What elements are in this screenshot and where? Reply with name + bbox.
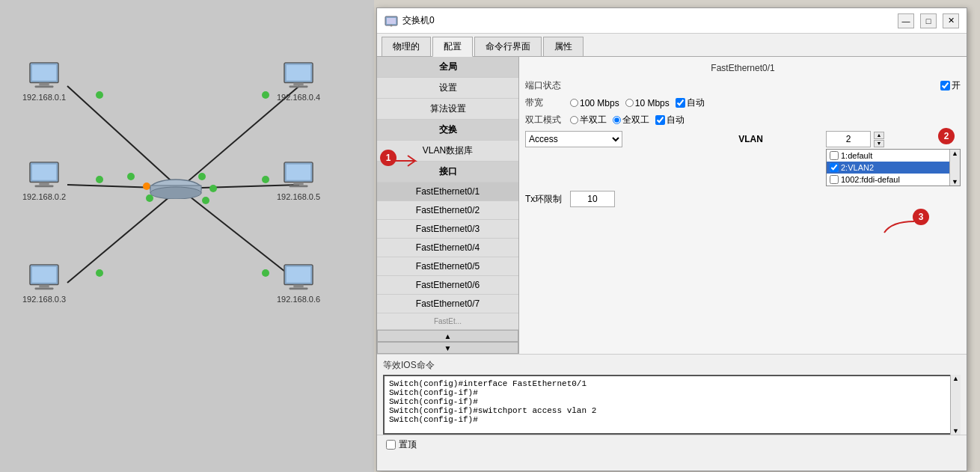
duplex-full-radio[interactable] [613,116,621,124]
sidebar-scroll-up[interactable]: ▲ [377,330,518,342]
node-label-1: 192.168.0.1 [22,93,66,102]
access-mode-dropdown[interactable]: Access Trunk [525,131,622,147]
vlan-list-item-1002[interactable]: 1002:fddi-defaul [827,174,960,186]
svg-rect-20 [39,83,49,86]
sidebar-item-shezhi[interactable]: 设置 [377,78,518,99]
cli-content[interactable]: Switch(config)#interface FastEthernet0/1… [383,375,961,435]
pc-node-3: 192.168.0.3 [22,263,66,304]
svg-rect-25 [35,185,54,187]
vlan-list-scroll-up[interactable]: ▲ [950,150,960,157]
sidebar: 全局 设置 算法设置 交换 VLAN数据库 接口 FastEthernet0/1… [377,57,519,354]
vlan-item-1-label: 1:default [841,151,872,160]
vlan-checkbox-1002[interactable] [830,175,839,184]
close-button[interactable]: ✕ [943,13,959,28]
vlan-list-item-1[interactable]: 1:default [827,150,960,162]
bandwidth-10-radio[interactable] [625,99,634,107]
right-panel: FastEthernet0/1 端口状态 开 带宽 [519,57,967,354]
port-status-checkbox[interactable] [940,81,950,91]
vlan-list-scrollbar[interactable]: ▲ ▼ [949,150,960,186]
svg-point-10 [209,185,217,192]
bandwidth-auto-text: 自动 [687,96,705,109]
sidebar-item-fe01[interactable]: FastEthernet0/1 [377,183,518,201]
svg-point-12 [96,91,103,99]
svg-rect-41 [290,287,308,289]
vlan-down-button[interactable]: ▼ [874,140,884,147]
svg-rect-46 [387,18,396,24]
duplex-half-item[interactable]: 半双工 [570,114,607,126]
vlan-up-button[interactable]: ▲ [874,132,884,139]
port-status-row: 端口状态 开 [525,79,961,92]
sidebar-item-quanju[interactable]: 全局 [377,57,518,78]
port-status-options: 开 [570,79,961,92]
sidebar-scroll-down[interactable]: ▼ [377,342,518,354]
duplex-full-item[interactable]: 全双工 [613,114,649,126]
tab-attrs[interactable]: 属性 [543,37,584,56]
tab-config[interactable]: 配置 [432,37,473,57]
pin-label: 置顶 [399,438,417,451]
sidebar-item-fe04[interactable]: FastEthernet0/4 [377,239,518,257]
sidebar-item-jiaohuan[interactable]: 交换 [377,120,518,141]
vlan-checkbox-2[interactable] [830,163,839,172]
node-label-3: 192.168.0.3 [22,295,66,304]
node-label-4: 192.168.0.4 [277,93,320,102]
window-controls[interactable]: — □ ✕ [898,13,959,28]
sidebar-item-fe02[interactable]: FastEthernet0/2 [377,201,518,220]
bandwidth-auto-checkbox[interactable] [676,98,685,108]
bandwidth-100-item[interactable]: 100 Mbps [570,98,619,108]
bandwidth-100-radio[interactable] [570,99,578,107]
vlan-list-item-2[interactable]: 2:VLAN2 [827,162,960,174]
port-status-checkbox-item[interactable]: 开 [940,79,961,92]
duplex-half-radio[interactable] [570,116,578,124]
vlan-list-scroll-down[interactable]: ▼ [950,178,960,186]
bandwidth-auto-item[interactable]: 自动 [676,96,705,109]
svg-rect-37 [290,185,308,187]
duplex-full-label: 全双工 [622,114,649,126]
svg-rect-33 [290,85,308,88]
maximize-button[interactable]: □ [920,13,937,28]
bandwidth-100-label: 100 Mbps [580,98,619,108]
svg-point-6 [127,173,135,180]
pc-node-2: 192.168.0.2 [22,161,66,201]
sidebar-item-fe07[interactable]: FastEthernet0/7 [377,295,518,313]
svg-point-15 [262,91,269,99]
tab-physical[interactable]: 物理的 [382,37,431,56]
cli-container: Switch(config)#interface FastEthernet0/1… [383,375,961,435]
svg-line-0 [67,86,180,189]
tx-input[interactable]: 10 [570,191,615,207]
sidebar-item-fe06[interactable]: FastEthernet0/6 [377,276,518,295]
tx-row: Tx环限制 10 [525,191,961,207]
cli-scroll-down[interactable]: ▼ [951,427,961,435]
sidebar-item-fe03[interactable]: FastEthernet0/3 [377,220,518,239]
switch-device [150,178,202,201]
node-label-2: 192.168.0.2 [22,192,66,201]
tab-cli[interactable]: 命令行界面 [474,37,542,56]
duplex-auto-checkbox[interactable] [655,115,665,125]
window-icon [385,14,398,28]
sidebar-item-suanfa[interactable]: 算法设置 [377,99,518,120]
port-status-text: 开 [952,79,961,92]
svg-point-14 [96,269,103,277]
pc-node-5: 192.168.0.5 [277,161,320,201]
svg-rect-28 [39,285,49,288]
vlan-label: VLAN [676,131,826,144]
duplex-row: 双工模式 半双工 全双工 自动 [525,114,961,126]
sidebar-item-fe05[interactable]: FastEthernet0/5 [377,257,518,276]
pc-node-4: 192.168.0.4 [277,61,320,102]
annotation-2: 2 [938,128,955,144]
port-status-label: 端口状态 [525,79,570,92]
cli-scroll-up[interactable]: ▲ [951,375,961,382]
duplex-label: 双工模式 [525,114,570,126]
duplex-auto-item[interactable]: 自动 [655,114,685,126]
svg-rect-31 [287,65,310,81]
vlan-config-row: Access Trunk VLAN 2 ▲ ▼ [525,131,961,186]
vlan-list: 1:default 2:VLAN2 1002:fddi-defaul [826,149,961,186]
vlan-number-input[interactable]: 2 [826,131,871,147]
network-topology: 192.168.0.1 192.168.0.2 192.168.0.3 192.… [0,0,374,472]
vlan-checkbox-1[interactable] [830,151,839,160]
bandwidth-10-item[interactable]: 10 Mbps [625,98,670,108]
duplex-half-label: 半双工 [580,114,607,126]
pin-checkbox[interactable] [386,440,396,450]
cli-scrollbar[interactable]: ▲ ▼ [950,375,961,435]
svg-rect-35 [287,165,310,180]
minimize-button[interactable]: — [898,13,914,28]
